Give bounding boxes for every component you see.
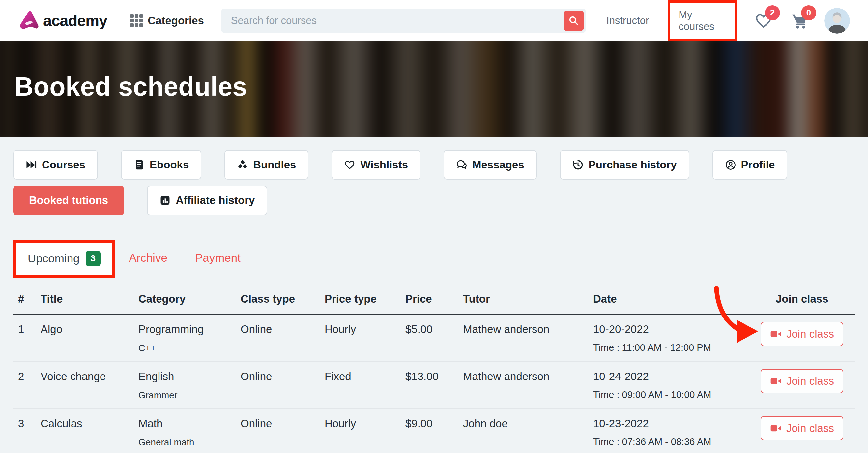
upcoming-count-badge: 3: [86, 250, 101, 266]
brand-logo-icon: [18, 10, 40, 31]
cell-join: Join class: [755, 370, 855, 393]
menu-wishlists-button[interactable]: Wishlists: [332, 150, 421, 180]
cell-num: 2: [18, 370, 40, 383]
search-input[interactable]: [221, 8, 586, 33]
date-main: 10-24-2022: [593, 370, 755, 383]
nav-instructor-link[interactable]: Instructor: [606, 15, 649, 27]
menu-messages-button[interactable]: Messages: [443, 150, 537, 180]
menu-purchase-history-button[interactable]: Purchase history: [560, 150, 689, 180]
menu-label: Profile: [741, 158, 775, 171]
chat-icon: [456, 159, 467, 171]
brand-name: academy: [43, 11, 107, 30]
menu-label: Ebooks: [150, 158, 189, 171]
skip-forward-icon: [26, 159, 37, 171]
menu-label: Courses: [42, 158, 85, 171]
category-sub: C++: [138, 343, 241, 354]
cell-title: Algo: [40, 323, 138, 336]
join-class-button[interactable]: Join class: [761, 369, 843, 393]
booked-schedules-table: # Title Category Class type Price type P…: [13, 284, 855, 453]
categories-grid-icon: [130, 14, 143, 27]
wishlist-count-badge: 2: [765, 5, 780, 21]
cart-button[interactable]: 0: [790, 10, 809, 31]
nav-my-courses-wrap: My courses: [668, 0, 737, 41]
cell-price: $13.00: [405, 370, 463, 383]
cell-date: 10-23-2022 Time : 07:36 AM - 08:36 AM: [593, 417, 755, 447]
tab-upcoming[interactable]: Upcoming 3: [13, 241, 115, 276]
table-row: 3 Calculas Math General math Online Hour…: [13, 409, 855, 453]
search-button[interactable]: [563, 10, 584, 31]
menu-profile-button[interactable]: Profile: [712, 150, 787, 180]
search-icon: [568, 15, 579, 26]
category-main: English: [138, 370, 241, 383]
menu-courses-button[interactable]: Courses: [13, 150, 98, 180]
menu-booked-tutions-button[interactable]: Booked tutions: [13, 186, 124, 215]
brand-logo[interactable]: academy: [18, 10, 107, 31]
cell-price: $9.00: [405, 417, 463, 430]
col-join-class: Join class: [755, 293, 855, 305]
person-circle-icon: [725, 159, 736, 171]
cell-class-type: Online: [241, 417, 324, 430]
cell-join: Join class: [755, 323, 855, 346]
cell-category: Programming C++: [138, 323, 241, 354]
category-main: Programming: [138, 323, 241, 336]
join-class-label: Join class: [786, 422, 834, 434]
cell-category: English Grammer: [138, 370, 241, 400]
tab-archive[interactable]: Archive: [115, 240, 181, 276]
cell-tutor: Mathew anderson: [463, 370, 593, 383]
categories-button[interactable]: Categories: [130, 14, 204, 27]
cubes-icon: [237, 159, 248, 171]
cell-title: Voice change: [40, 370, 138, 383]
menu-label: Messages: [472, 158, 524, 171]
cell-num: 1: [18, 323, 40, 336]
video-camera-icon: [770, 424, 782, 433]
col-class-type: Class type: [241, 293, 324, 305]
schedule-tabs: Upcoming 3 Archive Payment: [13, 240, 855, 276]
history-icon: [572, 159, 584, 171]
account-menu: Courses Ebooks Bundles Wishlists Message…: [13, 150, 855, 215]
join-class-button[interactable]: Join class: [761, 416, 843, 441]
date-time: Time : 11:00 AM - 12:00 PM: [593, 342, 755, 353]
date-time: Time : 07:36 AM - 08:36 AM: [593, 436, 755, 447]
col-date: Date: [593, 293, 755, 305]
cell-price-type: Hourly: [324, 323, 405, 336]
hero-banner: Booked schedules: [0, 41, 868, 137]
join-class-label: Join class: [786, 375, 834, 387]
cell-title: Calculas: [40, 417, 138, 430]
date-time: Time : 09:00 AM - 10:00 AM: [593, 389, 755, 400]
avatar[interactable]: [824, 8, 850, 34]
video-camera-icon: [770, 376, 782, 386]
cell-date: 10-24-2022 Time : 09:00 AM - 10:00 AM: [593, 370, 755, 400]
join-class-label: Join class: [786, 328, 834, 340]
cart-count-badge: 0: [801, 5, 816, 21]
menu-label: Bundles: [253, 158, 296, 171]
cell-num: 3: [18, 417, 40, 430]
table-row: 1 Algo Programming C++ Online Hourly $5.…: [13, 315, 855, 362]
menu-label: Purchase history: [589, 158, 677, 171]
col-num: #: [18, 293, 40, 305]
tab-upcoming-label: Upcoming: [28, 252, 80, 265]
category-sub: General math: [138, 437, 241, 448]
col-price-type: Price type: [324, 293, 405, 305]
search-bar: [221, 8, 586, 33]
menu-bundles-button[interactable]: Bundles: [224, 150, 308, 180]
menu-affiliate-history-button[interactable]: Affiliate history: [147, 186, 267, 215]
book-icon: [133, 159, 145, 171]
join-class-button[interactable]: Join class: [761, 322, 843, 346]
heart-icon: [344, 159, 355, 171]
cell-price-type: Hourly: [324, 417, 405, 430]
date-main: 10-20-2022: [593, 323, 755, 336]
menu-ebooks-button[interactable]: Ebooks: [121, 150, 202, 180]
cell-price-type: Fixed: [324, 370, 405, 383]
col-title: Title: [40, 293, 138, 305]
cell-date: 10-20-2022 Time : 11:00 AM - 12:00 PM: [593, 323, 755, 353]
navbar: academy Categories Instructor My courses…: [0, 0, 868, 41]
wishlist-button[interactable]: 2: [754, 10, 773, 31]
nav-my-courses-link[interactable]: My courses: [679, 9, 714, 32]
table-header-row: # Title Category Class type Price type P…: [13, 284, 855, 315]
page-title: Booked schedules: [14, 71, 247, 102]
menu-label: Booked tutions: [29, 194, 108, 207]
cell-category: Math General math: [138, 417, 241, 448]
cell-class-type: Online: [241, 370, 324, 383]
category-main: Math: [138, 417, 241, 430]
tab-payment[interactable]: Payment: [181, 240, 254, 276]
